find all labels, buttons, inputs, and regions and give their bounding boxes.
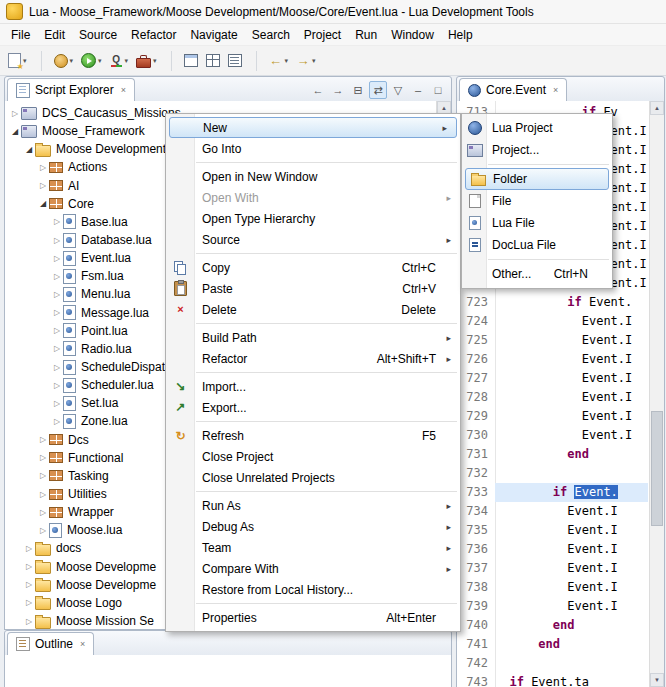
open-in-new-window-menu-item[interactable]: Open in New Window bbox=[166, 166, 460, 187]
team-menu-item[interactable]: Team▸ bbox=[166, 537, 460, 558]
expand-arrow-icon[interactable]: ▷ bbox=[51, 363, 63, 372]
expand-arrow-icon[interactable]: ▷ bbox=[51, 399, 63, 408]
paste-menu-item[interactable]: PasteCtrl+V bbox=[166, 278, 460, 299]
menu-project[interactable]: Project bbox=[297, 26, 348, 44]
forward-icon[interactable]: → bbox=[329, 81, 347, 99]
tab-core-event[interactable]: Core.Event × bbox=[459, 78, 567, 101]
code-line[interactable]: 743 if Event.ta bbox=[457, 673, 648, 687]
expand-arrow-icon[interactable]: ▷ bbox=[37, 181, 49, 190]
debug-as-menu-item[interactable]: Debug As▸ bbox=[166, 516, 460, 537]
expand-arrow-icon[interactable]: ▷ bbox=[51, 217, 63, 226]
tab-script-explorer[interactable]: Script Explorer × bbox=[7, 78, 135, 101]
code-line[interactable]: 723 if Event. bbox=[457, 293, 648, 312]
expand-arrow-icon[interactable]: ▷ bbox=[51, 344, 63, 353]
back-button[interactable]: ▾ bbox=[266, 51, 292, 71]
menu-window[interactable]: Window bbox=[384, 26, 441, 44]
menu-navigate[interactable]: Navigate bbox=[183, 26, 244, 44]
code-line[interactable]: 724 Event.I bbox=[457, 312, 648, 331]
code-line[interactable]: 725 Event.I bbox=[457, 331, 648, 350]
file-menu-item[interactable]: File bbox=[462, 190, 612, 212]
code-line[interactable]: 732 bbox=[457, 464, 648, 483]
lua-file-menu-item[interactable]: Lua File bbox=[462, 212, 612, 234]
run-as-menu-item[interactable]: Run As▸ bbox=[166, 495, 460, 516]
refactor-menu-item[interactable]: RefactorAlt+Shift+T▸ bbox=[166, 348, 460, 369]
scroll-down-icon[interactable]: ▼ bbox=[650, 673, 664, 687]
expand-arrow-icon[interactable]: ▷ bbox=[23, 544, 35, 553]
expand-arrow-icon[interactable]: ▷ bbox=[37, 526, 49, 535]
expand-arrow-icon[interactable]: ▷ bbox=[37, 435, 49, 444]
expand-arrow-icon[interactable]: ▷ bbox=[51, 381, 63, 390]
menu-refactor[interactable]: Refactor bbox=[124, 26, 183, 44]
expand-arrow-icon[interactable]: ▷ bbox=[23, 580, 35, 589]
new-wizard-button[interactable]: ▾ bbox=[5, 50, 30, 71]
code-line[interactable]: 735 Event.I bbox=[457, 521, 648, 540]
new-table-button[interactable] bbox=[181, 51, 201, 70]
refresh-menu-item[interactable]: RefreshF5 bbox=[166, 425, 460, 446]
source-menu-item[interactable]: Source▸ bbox=[166, 229, 460, 250]
compare-with-menu-item[interactable]: Compare With▸ bbox=[166, 558, 460, 579]
restore-from-local-history-menu-item[interactable]: Restore from Local History... bbox=[166, 579, 460, 600]
back-icon[interactable]: ← bbox=[309, 81, 327, 99]
menu-source[interactable]: Source bbox=[72, 26, 124, 44]
copy-menu-item[interactable]: CopyCtrl+C bbox=[166, 257, 460, 278]
collapse-all-icon[interactable]: ⊟ bbox=[349, 81, 367, 99]
other-menu-item[interactable]: Other...Ctrl+N bbox=[462, 263, 612, 285]
expand-arrow-icon[interactable]: ▷ bbox=[37, 508, 49, 517]
code-line[interactable]: 731 end bbox=[457, 445, 648, 464]
code-line[interactable]: 728 Event.I bbox=[457, 388, 648, 407]
open-with-menu-item[interactable]: Open With▸ bbox=[166, 187, 460, 208]
external-tools-button[interactable]: ▾ bbox=[133, 51, 160, 71]
menu-help[interactable]: Help bbox=[441, 26, 480, 44]
code-line[interactable]: 742 bbox=[457, 654, 648, 673]
format-button[interactable] bbox=[225, 51, 245, 70]
coverage-button[interactable]: ▾ bbox=[107, 51, 132, 70]
minimize-icon[interactable]: – bbox=[409, 81, 427, 99]
expand-arrow-icon[interactable]: ▷ bbox=[37, 490, 49, 499]
collapse-arrow-icon[interactable]: ◢ bbox=[9, 127, 21, 136]
export-menu-item[interactable]: Export... bbox=[166, 397, 460, 418]
folder-menu-item[interactable]: Folder bbox=[465, 168, 609, 190]
lua-project-menu-item[interactable]: Lua Project bbox=[462, 117, 612, 139]
expand-arrow-icon[interactable]: ▷ bbox=[37, 163, 49, 172]
doclua-file-menu-item[interactable]: DocLua File bbox=[462, 234, 612, 256]
code-line[interactable]: 730 Event.I bbox=[457, 426, 648, 445]
menu-run[interactable]: Run bbox=[348, 26, 384, 44]
expand-arrow-icon[interactable]: ▷ bbox=[51, 254, 63, 263]
project-menu-item[interactable]: Project... bbox=[462, 139, 612, 161]
delete-menu-item[interactable]: DeleteDelete bbox=[166, 299, 460, 320]
expand-arrow-icon[interactable]: ▷ bbox=[51, 326, 63, 335]
close-icon[interactable]: × bbox=[121, 85, 126, 95]
scroll-thumb[interactable] bbox=[651, 411, 663, 526]
code-line[interactable]: 727 Event.I bbox=[457, 369, 648, 388]
properties-menu-item[interactable]: PropertiesAlt+Enter bbox=[166, 607, 460, 628]
forward-button[interactable]: ▾ bbox=[293, 51, 319, 71]
expand-arrow-icon[interactable]: ▷ bbox=[23, 617, 35, 626]
open-element-button[interactable] bbox=[203, 51, 223, 70]
expand-arrow-icon[interactable]: ▷ bbox=[37, 453, 49, 462]
menu-edit[interactable]: Edit bbox=[37, 26, 72, 44]
code-line[interactable]: 736 Event.I bbox=[457, 540, 648, 559]
debug-button[interactable]: ▾ bbox=[51, 51, 77, 71]
editor-scrollbar[interactable]: ▲ ▼ bbox=[649, 101, 664, 687]
code-line[interactable]: 737 Event.I bbox=[457, 559, 648, 578]
code-line[interactable]: 729 Event.I bbox=[457, 407, 648, 426]
expand-arrow-icon[interactable]: ▷ bbox=[51, 272, 63, 281]
expand-arrow-icon[interactable]: ▷ bbox=[37, 471, 49, 480]
go-into-menu-item[interactable]: Go Into bbox=[166, 138, 460, 159]
import-menu-item[interactable]: Import... bbox=[166, 376, 460, 397]
maximize-icon[interactable]: □ bbox=[429, 81, 447, 99]
close-project-menu-item[interactable]: Close Project bbox=[166, 446, 460, 467]
code-line[interactable]: 734 Event.I bbox=[457, 502, 648, 521]
menu-file[interactable]: File bbox=[4, 26, 37, 44]
new-menu-item[interactable]: New▸ bbox=[169, 117, 457, 138]
code-line[interactable]: 739 Event.I bbox=[457, 597, 648, 616]
tab-outline[interactable]: Outline × bbox=[7, 632, 94, 655]
close-icon[interactable]: × bbox=[553, 85, 558, 95]
close-icon[interactable]: × bbox=[80, 639, 85, 649]
expand-arrow-icon[interactable]: ▷ bbox=[9, 109, 21, 118]
code-line[interactable]: 726 Event.I bbox=[457, 350, 648, 369]
menu-search[interactable]: Search bbox=[245, 26, 297, 44]
expand-arrow-icon[interactable]: ▷ bbox=[51, 308, 63, 317]
link-with-editor-icon[interactable]: ⇄ bbox=[369, 81, 387, 99]
expand-arrow-icon[interactable]: ▷ bbox=[23, 598, 35, 607]
